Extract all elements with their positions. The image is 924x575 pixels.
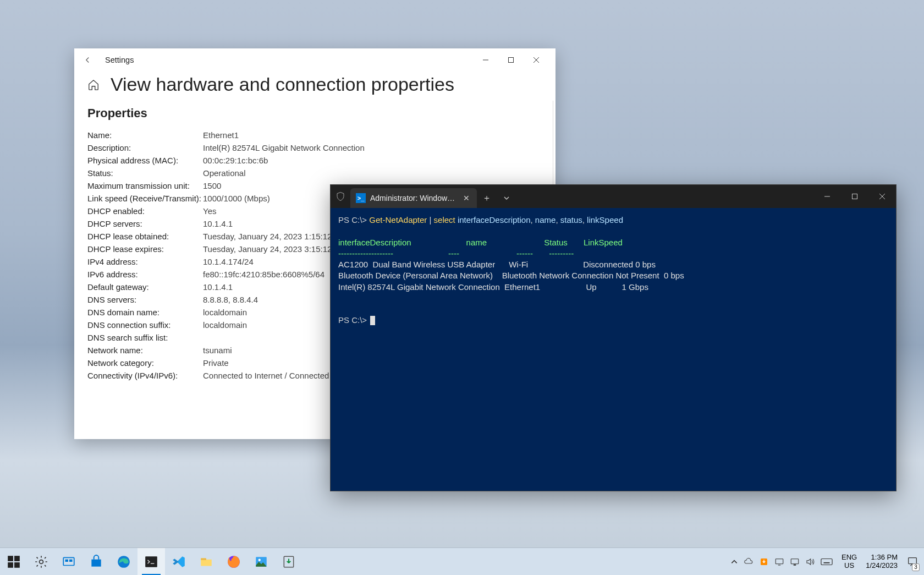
settings-header: View hardware and connection properties (74, 72, 556, 101)
terminal-body[interactable]: PS C:\> Get-NetAdapter | select interfac… (331, 208, 896, 491)
property-key: Network category: (87, 358, 203, 368)
home-icon[interactable] (87, 79, 100, 91)
shield-icon (331, 185, 350, 208)
tray-volume-icon[interactable] (805, 557, 815, 567)
property-key: DHCP lease obtained: (87, 232, 203, 241)
terminal-arg1: interfaceDescription (455, 215, 531, 224)
terminal-window-controls (813, 185, 896, 208)
tray-monitor-icon[interactable] (774, 557, 784, 567)
terminal-prompt: PS C:\> (338, 315, 369, 325)
terminal-cmd-get: Get-NetAdapter (369, 215, 427, 224)
terminal-arg4: linkSpeed (587, 215, 623, 224)
property-key: Network name: (87, 346, 203, 355)
terminal-window[interactable]: >_ Administrator: Windows Powe ✕ ＋ PS C:… (330, 184, 897, 491)
taskbar-right: ENG US 1:36 PM 1/24/2023 3 (724, 548, 924, 575)
property-key: DHCP enabled: (87, 206, 203, 216)
terminal-row: Intel(R) 82574L Gigabit Network Connecti… (338, 282, 648, 292)
language-bottom: US (842, 562, 857, 569)
taskbar-installer-icon[interactable] (275, 548, 302, 576)
svg-rect-17 (145, 556, 157, 567)
property-key: IPv4 address: (87, 257, 203, 266)
system-tray[interactable] (726, 548, 837, 575)
terminal-tab-label: Administrator: Windows Powe (370, 194, 457, 202)
start-button[interactable] (0, 548, 28, 576)
taskbar-vscode-icon[interactable] (165, 548, 193, 576)
back-button[interactable] (81, 53, 94, 67)
terminal-arg3: status (560, 215, 582, 224)
property-key: Name: (87, 130, 203, 140)
svg-point-12 (40, 560, 43, 563)
svg-rect-1 (509, 58, 514, 63)
taskbar[interactable]: ENG US 1:36 PM 1/24/2023 3 (0, 547, 924, 575)
notification-badge: 3 (912, 563, 920, 571)
tray-onedrive-icon[interactable] (744, 557, 754, 567)
taskbar-taskview-icon[interactable] (55, 548, 82, 576)
terminal-pipe: | (427, 215, 433, 224)
property-value: Intel(R) 82574L Gigabit Network Connecti… (203, 143, 540, 152)
clock[interactable]: 1:36 PM 1/24/2023 (861, 554, 902, 570)
taskbar-store-icon[interactable] (82, 548, 110, 576)
notification-button[interactable]: 3 (903, 548, 922, 576)
taskbar-left (0, 548, 302, 575)
property-key: Description: (87, 143, 203, 152)
property-value: Operational (203, 168, 540, 178)
terminal-minimize-button[interactable] (813, 185, 841, 208)
svg-rect-27 (794, 564, 796, 565)
taskbar-explorer-icon[interactable] (193, 548, 220, 576)
taskbar-firefox-icon[interactable] (220, 548, 248, 576)
svg-rect-28 (821, 558, 832, 565)
language-top: ENG (842, 554, 857, 561)
svg-rect-26 (791, 558, 799, 563)
terminal-tab[interactable]: >_ Administrator: Windows Powe ✕ (350, 188, 477, 208)
taskbar-terminal-icon[interactable] (138, 548, 165, 576)
property-key: DNS domain name: (87, 308, 203, 317)
window-title: Settings (105, 56, 134, 64)
terminal-row: Bluetooth Device (Personal Area Network)… (338, 271, 684, 280)
section-heading: Properties (87, 106, 540, 121)
terminal-row: AC1200 Dual Band Wireless USB Adapter Wi… (338, 260, 656, 269)
powershell-icon: >_ (356, 193, 366, 203)
page-title: View hardware and connection properties (111, 74, 454, 95)
terminal-prompt: PS C:\> (338, 215, 369, 224)
svg-rect-24 (776, 558, 783, 563)
tray-chevron-icon[interactable] (730, 558, 738, 566)
maximize-button[interactable] (498, 49, 524, 71)
svg-rect-11 (14, 562, 20, 568)
svg-point-21 (258, 558, 261, 561)
svg-rect-18 (201, 558, 206, 560)
terminal-titlebar[interactable]: >_ Administrator: Windows Powe ✕ ＋ (331, 185, 896, 208)
terminal-arg2: name (535, 215, 556, 224)
tab-close-icon[interactable]: ✕ (461, 193, 471, 203)
taskbar-photos-icon[interactable] (248, 548, 275, 576)
new-tab-button[interactable]: ＋ (477, 188, 497, 208)
property-key: DNS servers: (87, 295, 203, 304)
tab-dropdown-icon[interactable] (497, 188, 516, 208)
taskbar-settings-icon[interactable] (28, 548, 55, 576)
clock-time: 1:36 PM (866, 554, 898, 562)
terminal-close-button[interactable] (868, 185, 896, 208)
settings-titlebar[interactable]: Settings (74, 48, 556, 72)
svg-rect-8 (8, 556, 13, 561)
property-key: DHCP lease expires: (87, 244, 203, 254)
tray-keyboard-icon[interactable] (821, 558, 833, 566)
svg-rect-5 (853, 194, 857, 199)
taskbar-edge-icon[interactable] (110, 548, 138, 576)
terminal-maximize-button[interactable] (841, 185, 868, 208)
tray-update-icon[interactable] (759, 557, 769, 567)
svg-rect-15 (69, 559, 72, 561)
property-key: DNS connection suffix: (87, 320, 203, 330)
tray-network-icon[interactable] (790, 557, 800, 567)
property-key: DNS search suffix list: (87, 333, 203, 342)
svg-rect-9 (14, 556, 20, 561)
minimize-button[interactable] (473, 49, 498, 71)
terminal-cursor (370, 316, 375, 325)
terminal-divider-row: -------------------- ---- ------ -------… (338, 249, 574, 258)
language-indicator[interactable]: ENG US (838, 554, 860, 569)
property-value: Ethernet1 (203, 130, 540, 140)
property-key: Status: (87, 168, 203, 178)
property-key: IPv6 address: (87, 270, 203, 279)
svg-rect-14 (65, 559, 68, 561)
property-key: Connectivity (IPv4/IPv6): (87, 371, 203, 380)
property-value: 00:0c:29:1c:bc:6b (203, 156, 540, 165)
close-button[interactable] (524, 49, 549, 71)
